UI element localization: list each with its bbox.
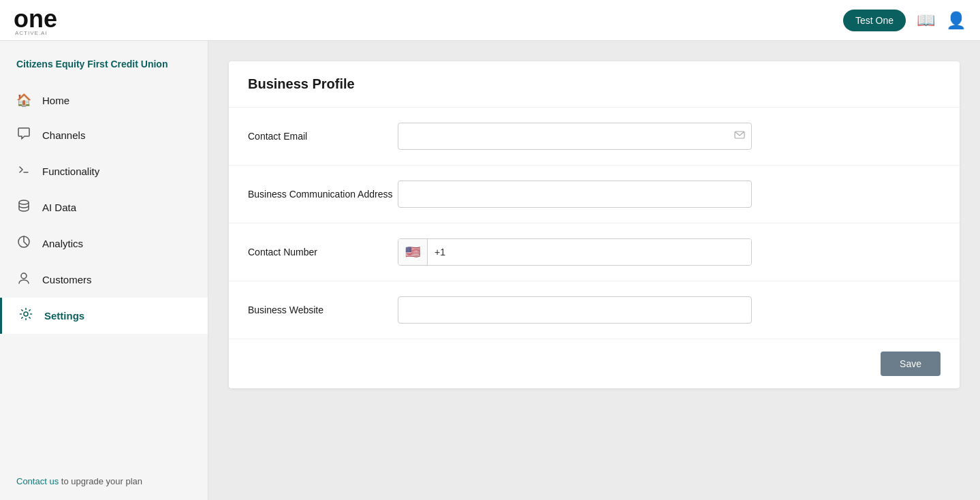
- sidebar-item-analytics-label: Analytics: [42, 238, 83, 249]
- phone-wrapper: 🇺🇸: [398, 238, 752, 266]
- user-circle-icon: 👤: [946, 11, 966, 30]
- sidebar-item-settings[interactable]: Settings: [0, 298, 208, 334]
- sidebar-item-functionality[interactable]: Functionality: [0, 153, 208, 189]
- contact-number-row: Contact Number 🇺🇸: [229, 223, 960, 281]
- org-name: Citizens Equity First Credit Union: [0, 48, 208, 83]
- svg-text:one: one: [14, 5, 57, 33]
- business-website-label: Business Website: [248, 304, 398, 315]
- sidebar-item-analytics[interactable]: Analytics: [0, 225, 208, 262]
- sidebar: Citizens Equity First Credit Union 🏠 Hom…: [0, 41, 208, 500]
- svg-point-2: [19, 200, 29, 204]
- business-address-label: Business Communication Address: [248, 189, 398, 200]
- email-icon: [734, 129, 745, 143]
- business-address-row: Business Communication Address: [229, 166, 960, 223]
- logo-area: one ACTIVE.AI: [14, 5, 65, 35]
- form-actions: Save: [229, 339, 960, 388]
- topbar: one ACTIVE.AI Test One 📖 👤: [0, 0, 980, 41]
- contact-number-input[interactable]: [428, 239, 751, 265]
- sidebar-item-customers[interactable]: Customers: [0, 262, 208, 298]
- phone-flag[interactable]: 🇺🇸: [398, 239, 428, 265]
- business-address-input[interactable]: [398, 181, 752, 208]
- docs-icon-button[interactable]: 📖: [917, 12, 935, 29]
- topbar-right: Test One 📖 👤: [843, 10, 966, 31]
- book-icon: 📖: [917, 12, 935, 29]
- svg-text:ACTIVE.AI: ACTIVE.AI: [15, 30, 48, 35]
- svg-point-4: [21, 273, 27, 279]
- contact-us-link[interactable]: Contact us: [16, 476, 59, 486]
- business-profile-card: Business Profile Contact Email Business: [229, 61, 960, 388]
- user-icon-button[interactable]: 👤: [946, 11, 966, 30]
- analytics-icon: [16, 235, 31, 252]
- save-button[interactable]: Save: [881, 351, 941, 376]
- sidebar-item-ai-data[interactable]: AI Data: [0, 189, 208, 225]
- contact-email-wrapper: [398, 123, 752, 150]
- settings-icon: [18, 307, 33, 324]
- business-website-input[interactable]: [398, 296, 752, 324]
- sidebar-item-customers-label: Customers: [42, 274, 92, 285]
- sidebar-item-functionality-label: Functionality: [42, 166, 99, 177]
- contact-email-label: Contact Email: [248, 131, 398, 142]
- contact-email-input[interactable]: [398, 123, 752, 150]
- contact-number-label: Contact Number: [248, 247, 398, 257]
- logo-icon: one ACTIVE.AI: [14, 5, 65, 35]
- sidebar-item-channels-label: Channels: [42, 129, 85, 141]
- customers-icon: [16, 271, 31, 288]
- main-layout: Citizens Equity First Credit Union 🏠 Hom…: [0, 41, 980, 500]
- sidebar-item-ai-data-label: AI Data: [42, 202, 76, 213]
- page-title: Business Profile: [229, 61, 960, 108]
- svg-point-5: [24, 312, 28, 316]
- us-flag-icon: 🇺🇸: [405, 245, 420, 260]
- tenant-button[interactable]: Test One: [843, 10, 906, 31]
- sidebar-item-settings-label: Settings: [44, 310, 84, 322]
- sidebar-footer: Contact us to upgrade your plan: [0, 463, 208, 500]
- business-website-row: Business Website: [229, 281, 960, 339]
- sidebar-item-home[interactable]: 🏠 Home: [0, 83, 208, 117]
- sidebar-item-home-label: Home: [42, 95, 69, 106]
- sidebar-nav: 🏠 Home Channels Functionality: [0, 83, 208, 334]
- channels-icon: [16, 127, 31, 144]
- sidebar-item-channels[interactable]: Channels: [0, 117, 208, 153]
- home-icon: 🏠: [16, 93, 31, 108]
- functionality-icon: [16, 163, 31, 180]
- ai-data-icon: [16, 199, 31, 216]
- content-area: Business Profile Contact Email Business: [208, 41, 980, 500]
- contact-email-row: Contact Email: [229, 108, 960, 166]
